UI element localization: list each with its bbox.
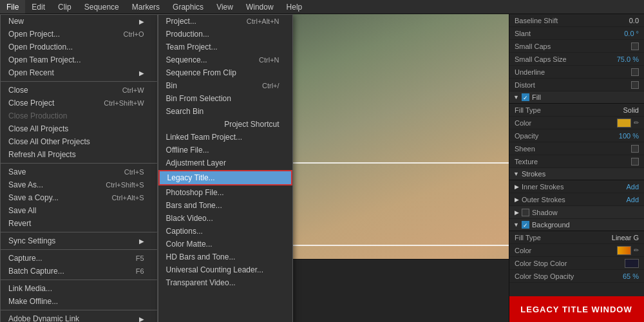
dropdown-container: New ▶ Open Project... Ctrl+O Open Produc… <box>0 14 293 322</box>
menu-clip[interactable]: Clip <box>52 0 78 14</box>
sep4 <box>1 249 157 250</box>
menu-file-close-all-projects[interactable]: Close All Projects <box>1 122 157 135</box>
menu-new-transparent-video[interactable]: Transparent Video... <box>158 276 292 289</box>
menu-new-project-shortcut[interactable]: Project Shortcut <box>158 118 292 131</box>
rp-bg-color-label: Color <box>515 247 531 254</box>
rp-small-caps-row: Small Caps <box>509 40 644 53</box>
menu-file-sync-settings[interactable]: Sync Settings ▶ <box>1 234 157 247</box>
menu-new-color-matte[interactable]: Color Matte... <box>158 238 292 251</box>
menu-file-open-recent[interactable]: Open Recent ▶ <box>1 66 157 79</box>
rp-fill-checkbox[interactable] <box>522 93 529 101</box>
menu-file-new[interactable]: New ▶ <box>1 15 157 28</box>
menu-new-counting-leader[interactable]: Universal Counting Leader... <box>158 263 292 276</box>
menu-file-open-production[interactable]: Open Production... <box>1 41 157 53</box>
fill-arrow: ▼ <box>513 94 519 100</box>
rp-bg-color-stop-label: Color Stop Color <box>515 260 567 267</box>
rp-fill-color-swatch[interactable] <box>617 118 631 128</box>
rp-distort-checkbox[interactable] <box>631 81 639 89</box>
menu-markers[interactable]: Markers <box>126 0 166 14</box>
menu-new-adjustment-layer[interactable]: Adjustment Layer <box>158 156 292 169</box>
menu-file-close-all-others[interactable]: Close All Other Projects <box>1 135 157 148</box>
rp-strokes-header[interactable]: ▼ Strokes <box>509 168 644 180</box>
rp-inner-strokes-add[interactable]: Add <box>626 183 639 191</box>
menu-file-save-copy[interactable]: Save a Copy... Ctrl+Alt+S <box>1 191 157 204</box>
rp-shadow-row: ▶ Shadow <box>509 206 644 219</box>
inner-strokes-arrow: ▶ <box>515 184 519 190</box>
menu-new-offline-file[interactable]: Offline File... <box>158 144 292 156</box>
sep6 <box>1 310 157 310</box>
rp-shadow-checkbox[interactable] <box>522 209 529 216</box>
menu-new-photoshop-file[interactable]: Photoshop File... <box>158 186 292 199</box>
menu-file-adobe-dynamic-link[interactable]: Adobe Dynamic Link ▶ <box>1 312 157 322</box>
file-dropdown: New ▶ Open Project... Ctrl+O Open Produc… <box>0 14 158 322</box>
rp-underline-checkbox[interactable] <box>631 68 639 76</box>
menu-new-black-video[interactable]: Black Video... <box>158 212 292 225</box>
menu-file-close-project[interactable]: Close Project Ctrl+Shift+W <box>1 97 157 109</box>
menu-new-sequence-from-clip[interactable]: Sequence From Clip <box>158 66 292 79</box>
menu-new-project[interactable]: Project... Ctrl+Alt+N <box>158 15 292 28</box>
menu-new-hd-bars-tone[interactable]: HD Bars and Tone... <box>158 251 292 263</box>
rp-underline-label: Underline <box>515 68 545 76</box>
rp-sheen-row: Sheen <box>509 142 644 155</box>
rp-fill-color-edit[interactable]: ✏ <box>634 119 639 126</box>
menu-new-legacy-title[interactable]: Legacy Title... <box>158 170 292 185</box>
menu-file-close[interactable]: Close Ctrl+W <box>1 84 157 97</box>
menu-new-captions[interactable]: Captions... <box>158 225 292 238</box>
menu-new-bin[interactable]: Bin Ctrl+/ <box>158 79 292 92</box>
rp-outer-strokes-row: ▶ Outer Strokes Add <box>509 193 644 206</box>
rp-bg-fill-type-row: Fill Type Linear G <box>509 231 644 244</box>
rp-small-caps-size-row: Small Caps Size 75.0 % <box>509 53 644 66</box>
menu-new-bars-tone[interactable]: Bars and Tone... <box>158 199 292 212</box>
menu-file-make-offline[interactable]: Make Offline... <box>1 295 157 308</box>
menu-help[interactable]: Help <box>280 0 309 14</box>
menu-file-link-media[interactable]: Link Media... <box>1 282 157 295</box>
menu-file-open-project[interactable]: Open Project... Ctrl+O <box>1 28 157 41</box>
menu-file-save-all[interactable]: Save All <box>1 204 157 217</box>
rp-outer-strokes-add[interactable]: Add <box>626 196 639 204</box>
rp-shadow-label: Shadow <box>532 209 558 216</box>
menu-new-bin-from-selection[interactable]: Bin From Selection <box>158 92 292 105</box>
menu-new-search-bin[interactable]: Search Bin <box>158 105 292 118</box>
rp-bg-color-stop-opacity-label: Color Stop Opacity <box>515 272 574 280</box>
menu-new-team-project[interactable]: Team Project... <box>158 41 292 53</box>
rp-fill-type-value: Solid <box>623 106 639 114</box>
menu-file-revert[interactable]: Revert <box>1 217 157 230</box>
menu-file-batch-capture[interactable]: Batch Capture... F6 <box>1 265 157 278</box>
rp-sheen-label: Sheen <box>515 145 535 153</box>
menu-new-sequence[interactable]: Sequence... Ctrl+N <box>158 53 292 66</box>
rp-small-caps-size-label: Small Caps Size <box>515 55 567 63</box>
rp-sheen-checkbox[interactable] <box>631 145 639 153</box>
rp-small-caps-checkbox[interactable] <box>631 43 639 50</box>
rp-texture-checkbox[interactable] <box>631 158 639 166</box>
rp-opacity-row: Opacity 100 % <box>509 129 644 142</box>
rp-small-caps-size-value: 75.0 % <box>617 55 639 63</box>
menu-file-save-as[interactable]: Save As... Ctrl+Shift+S <box>1 178 157 191</box>
menu-new-production[interactable]: Production... <box>158 28 292 41</box>
rp-opacity-value: 100 % <box>619 132 639 140</box>
menu-sequence[interactable]: Sequence <box>78 0 126 14</box>
rp-bg-color-swatch[interactable] <box>617 246 631 255</box>
rp-bg-color-stop-opacity-value: 65 % <box>623 272 639 280</box>
menu-edit[interactable]: Edit <box>25 0 52 14</box>
menu-window[interactable]: Window <box>240 0 280 14</box>
sep1 <box>1 81 157 82</box>
rp-bg-color-stop-swatch[interactable] <box>625 259 639 268</box>
rp-bg-color-edit[interactable]: ✏ <box>634 247 639 254</box>
menu-file-refresh-all[interactable]: Refresh All Projects <box>1 148 157 161</box>
menu-view[interactable]: View <box>210 0 240 14</box>
menu-new-linked-team-project[interactable]: Linked Team Project... <box>158 131 292 144</box>
adl-arrow: ▶ <box>139 316 144 323</box>
rp-small-caps-label: Small Caps <box>515 43 551 50</box>
rp-fill-header[interactable]: ▼ Fill <box>509 91 644 104</box>
rp-bg-color-row: Color ✏ <box>509 244 644 257</box>
menu-file-capture[interactable]: Capture... F5 <box>1 252 157 265</box>
rp-background-checkbox[interactable] <box>522 221 529 229</box>
menu-file-save[interactable]: Save Ctrl+S <box>1 166 157 178</box>
rp-fill-type-row: Fill Type Solid <box>509 104 644 117</box>
menu-file-open-team-project[interactable]: Open Team Project... <box>1 53 157 66</box>
menu-graphics[interactable]: Graphics <box>166 0 210 14</box>
rp-background-header[interactable]: ▼ Background <box>509 219 644 231</box>
sep5 <box>1 279 157 280</box>
menu-file-close-production[interactable]: Close Production <box>1 109 157 122</box>
menu-file[interactable]: File <box>0 0 25 14</box>
